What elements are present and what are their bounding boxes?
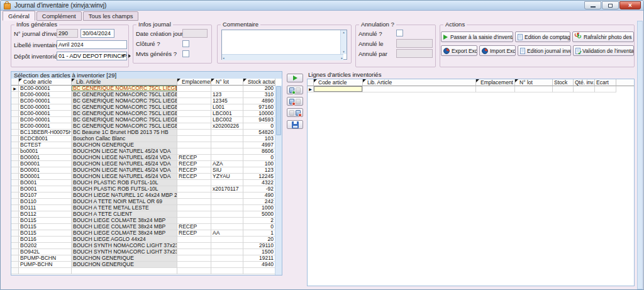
- cell-num-lot[interactable]: [211, 218, 243, 224]
- cell-stock-actuel[interactable]: 200: [243, 86, 275, 92]
- cell-code-article[interactable]: BO107: [19, 192, 72, 199]
- cell-stock-actuel[interactable]: 0: [243, 224, 275, 230]
- table-row[interactable]: BCTESTBOUCHON GENERIQUE4997: [11, 142, 282, 148]
- header-ecart[interactable]: Ecart: [595, 79, 616, 86]
- row-selector[interactable]: [11, 237, 19, 243]
- remove-line-button[interactable]: [287, 97, 303, 106]
- cell-stock-actuel[interactable]: 4997: [243, 142, 275, 148]
- window-vertical-scrollbar[interactable]: [637, 21, 643, 289]
- cell-lib-article[interactable]: [363, 86, 476, 92]
- cell-stock-actuel[interactable]: 4322: [243, 180, 275, 186]
- cell-emplacement[interactable]: [177, 111, 211, 117]
- table-row[interactable]: BO942LBOUCH SYNTH NOMACORC LIGHT 37x23 P…: [11, 249, 282, 255]
- cell-stock-actuel[interactable]: 5000: [243, 211, 275, 218]
- table-row[interactable]: bo0001BOUCHON LIEGE NATUREL 45/24 VDA860…: [11, 148, 282, 155]
- cell-emplacement[interactable]: RECEP: [177, 161, 211, 167]
- table-row[interactable]: BO001BOUCH PLASTIC ROB FUTSL-10Lx2017011…: [11, 186, 282, 192]
- row-selector[interactable]: [11, 142, 19, 148]
- table-row[interactable]: ▶BC00-00001BC GENERIQUE NOMACORC 75CL LI…: [11, 86, 282, 92]
- cell-code-article[interactable]: BC00-00001: [19, 117, 72, 123]
- cell-stock-actuel[interactable]: 20: [243, 237, 275, 243]
- cell-lib-article[interactable]: BOUCHON GENERIQUE: [72, 262, 177, 268]
- header-code-article[interactable]: Code article: [19, 79, 72, 86]
- row-selector[interactable]: [11, 161, 19, 167]
- table-row[interactable]: BO111BOUCH A TETE METAL LESTE1000: [11, 205, 282, 211]
- commentaire-vertical-scrollbar[interactable]: ▴▾: [340, 30, 347, 54]
- row-selector[interactable]: [11, 117, 19, 123]
- cell-stock-actuel[interactable]: 0: [243, 155, 275, 161]
- cell-num-lot[interactable]: [211, 243, 243, 249]
- cell-code-article[interactable]: BO0001: [19, 174, 72, 180]
- cell-emplacement[interactable]: [177, 268, 211, 274]
- cell-lib-article[interactable]: BC GENERIQUE NOMACORC 75CL LIEGE TBL VER…: [72, 98, 177, 104]
- cell-lib-article[interactable]: BOUCH A TETE CLIENT: [72, 211, 177, 218]
- row-selector[interactable]: [11, 205, 19, 211]
- save-button[interactable]: [287, 120, 303, 129]
- close-button[interactable]: ×: [619, 1, 641, 9]
- cell-num-lot[interactable]: L001: [211, 104, 243, 111]
- row-selector[interactable]: [11, 167, 19, 174]
- cell-stock-actuel[interactable]: 242: [243, 199, 275, 205]
- tab-general[interactable]: Général: [3, 11, 35, 21]
- cell-num-lot[interactable]: 123: [211, 92, 243, 98]
- row-selector[interactable]: [11, 92, 19, 98]
- cell-num-lot[interactable]: AA: [211, 230, 243, 237]
- cell-emplacement[interactable]: [177, 255, 211, 262]
- depot-select[interactable]: 01 - ADV DEPOT PRINCIPAL: [57, 52, 127, 60]
- cell-code-article[interactable]: BO942L: [19, 249, 72, 255]
- cell-stock-actuel[interactable]: 2: [243, 218, 275, 224]
- cell-emplacement[interactable]: RECEP: [177, 224, 211, 230]
- cell-lib-article[interactable]: BOUCH LIEGE AGGLO 44x24: [72, 237, 177, 243]
- cell-num-lot[interactable]: YZYAU: [211, 174, 243, 180]
- cell-stock-actuel[interactable]: [243, 268, 275, 274]
- cell-num-lot[interactable]: x20170117: [211, 186, 243, 192]
- cell-emplacement[interactable]: [476, 86, 515, 92]
- table-row[interactable]: BC00-00001BC GENERIQUE NOMACORC 75CL LIE…: [11, 104, 282, 111]
- cell-num-lot[interactable]: [211, 192, 243, 199]
- selection-grid-scrollbar[interactable]: [275, 86, 282, 275]
- table-empty-row[interactable]: ▶: [308, 86, 634, 92]
- table-row[interactable]: BO202BOUCH SYNTH NOMACORC LIGHT 37x23MBP…: [11, 243, 282, 249]
- table-row[interactable]: BC00-00001BC GENERIQUE NOMACORC 75CL LIE…: [11, 92, 282, 98]
- cell-code-article[interactable]: BO116: [19, 237, 72, 243]
- cell-emplacement[interactable]: [177, 148, 211, 155]
- validation-inventaire-button[interactable]: Validation de l'inventaire: [573, 45, 634, 56]
- cell-stock-actuel[interactable]: -92: [243, 186, 275, 192]
- add-line-button[interactable]: [287, 86, 303, 94]
- cell-code-article[interactable]: BC00-00001: [19, 92, 72, 98]
- cell-stock-actuel[interactable]: 123: [243, 167, 275, 174]
- cell-num-lot[interactable]: [211, 199, 243, 205]
- cell-code-article[interactable]: BC13BEBR-H00075HB: [19, 130, 72, 136]
- cell-emplacement[interactable]: [177, 130, 211, 136]
- cell-num-lot[interactable]: [211, 237, 243, 243]
- row-selector[interactable]: [11, 155, 19, 161]
- cell-lib-article[interactable]: BC GENERIQUE NOMACORC 75CL LIEGE TBL VER…: [72, 104, 177, 111]
- cell-num-lot[interactable]: AZA: [211, 161, 243, 167]
- cell-emplacement[interactable]: [177, 218, 211, 224]
- cell-code-article[interactable]: BO202: [19, 243, 72, 249]
- cell-lib-article[interactable]: BOUCHON LIEGE NATUREL 45/24 VDA: [72, 148, 177, 155]
- table-row[interactable]: BC00-00001BC GENERIQUE NOMACORC 75CL LIE…: [11, 111, 282, 117]
- header-num-lot[interactable]: N° lot: [211, 79, 243, 86]
- table-row[interactable]: BO110BOUCH A TETE NOIR METAL OR 69242: [11, 199, 282, 205]
- cell-num-lot[interactable]: [211, 86, 243, 92]
- cloture-checkbox[interactable]: [182, 40, 189, 47]
- table-row[interactable]: BO116BOUCH LIEGE AGGLO 44x2420: [11, 237, 282, 243]
- rafraichir-photo-stocks-button[interactable]: Rafraîchir photo des stocks: [572, 31, 634, 42]
- cell-code-article[interactable]: BO001: [19, 180, 72, 186]
- cell-lib-article[interactable]: BOUCH LIEGE COLMATE 38x24 MBP: [72, 224, 177, 230]
- row-selector[interactable]: [11, 199, 19, 205]
- row-selector[interactable]: [11, 98, 19, 104]
- row-selector[interactable]: [11, 218, 19, 224]
- cell-code-article[interactable]: BO115: [19, 224, 72, 230]
- chevron-down-icon[interactable]: [121, 55, 125, 57]
- cell-num-lot[interactable]: [211, 180, 243, 186]
- cell-code-article[interactable]: BO0001: [19, 167, 72, 174]
- cell-num-lot[interactable]: x20200226: [211, 123, 243, 130]
- cell-stock[interactable]: [553, 86, 574, 92]
- table-row[interactable]: BC00-00001BC GENERIQUE NOMACORC 75CL LIE…: [11, 123, 282, 130]
- header-stock-actuel[interactable]: Stock actuel: [243, 79, 275, 86]
- header-num-lot[interactable]: N° lot: [515, 79, 553, 86]
- cell-lib-article[interactable]: BOUCH LIEGE COLMATE 38x24 MBP: [72, 218, 177, 224]
- cell-code-article[interactable]: PUMP-BCHN: [19, 262, 72, 268]
